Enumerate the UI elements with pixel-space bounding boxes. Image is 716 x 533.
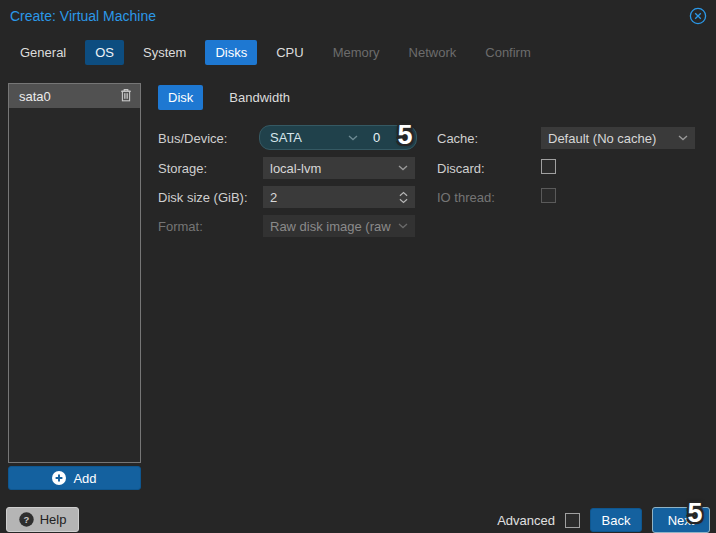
bus-number-field[interactable]: 0 <box>373 130 380 145</box>
disk-size-spinner[interactable]: 2 <box>263 186 415 208</box>
tab-network: Network <box>399 40 467 65</box>
next-button-label: Next <box>668 513 695 528</box>
tab-os[interactable]: OS <box>85 40 124 65</box>
subtab-bandwidth[interactable]: Bandwidth <box>219 85 300 110</box>
storage-value: local-lvm <box>270 161 321 176</box>
add-disk-button[interactable]: Add <box>8 466 141 490</box>
disk-item-label: sata0 <box>19 89 51 104</box>
disk-list-item-sata0[interactable]: sata0 <box>9 84 140 108</box>
next-button[interactable]: Next <box>652 507 710 533</box>
advanced-label: Advanced <box>497 513 555 528</box>
bus-device-label: Bus/Device: <box>158 131 227 146</box>
discard-label: Discard: <box>437 161 485 176</box>
plus-circle-icon <box>52 471 66 485</box>
tab-confirm: Confirm <box>475 40 541 65</box>
add-button-label: Add <box>73 471 96 486</box>
tab-cpu[interactable]: CPU <box>266 40 313 65</box>
io-thread-checkbox <box>541 188 556 203</box>
cache-label: Cache: <box>437 131 478 146</box>
chevron-down-icon <box>398 165 408 171</box>
io-thread-label: IO thread: <box>437 190 495 205</box>
format-select: Raw disk image (raw <box>263 215 415 237</box>
subtab-disk[interactable]: Disk <box>158 85 203 110</box>
svg-text:?: ? <box>23 514 29 525</box>
format-label: Format: <box>158 219 203 234</box>
cache-select[interactable]: Default (No cache) <box>541 127 695 149</box>
dialog-title: Create: Virtual Machine <box>10 8 156 24</box>
cache-value: Default (No cache) <box>548 131 656 146</box>
format-value: Raw disk image (raw <box>270 219 391 234</box>
chevron-down-icon <box>678 135 688 141</box>
help-icon: ? <box>19 512 34 527</box>
help-button-label: Help <box>40 512 67 527</box>
discard-checkbox[interactable] <box>541 159 556 174</box>
spinner-arrows-icon[interactable] <box>399 191 408 204</box>
storage-label: Storage: <box>158 161 207 176</box>
wizard-tab-bar: General OS System Disks CPU Memory Netwo… <box>10 40 541 65</box>
footer-actions: Advanced Back Next <box>497 507 710 533</box>
close-icon[interactable] <box>689 7 707 25</box>
tab-disks[interactable]: Disks <box>205 40 257 65</box>
tab-general[interactable]: General <box>10 40 76 65</box>
disk-subtab-bar: Disk Bandwidth <box>158 85 300 110</box>
disk-size-value: 2 <box>270 190 277 205</box>
storage-select[interactable]: local-lvm <box>263 157 415 179</box>
back-button-label: Back <box>602 513 631 528</box>
bus-combo-value[interactable]: SATA <box>270 130 302 145</box>
bus-device-control[interactable]: SATA 0 <box>259 125 417 150</box>
chevron-down-icon <box>398 223 408 229</box>
advanced-checkbox[interactable] <box>565 513 580 528</box>
disk-size-label: Disk size (GiB): <box>158 190 248 205</box>
create-vm-dialog: Create: Virtual Machine General OS Syste… <box>0 0 716 533</box>
tab-memory: Memory <box>323 40 390 65</box>
chevron-down-icon[interactable] <box>348 135 358 141</box>
back-button[interactable]: Back <box>590 508 642 532</box>
tab-system[interactable]: System <box>133 40 196 65</box>
disk-list: sata0 <box>8 83 141 463</box>
trash-icon[interactable] <box>120 88 132 105</box>
help-button[interactable]: ? Help <box>6 507 79 532</box>
